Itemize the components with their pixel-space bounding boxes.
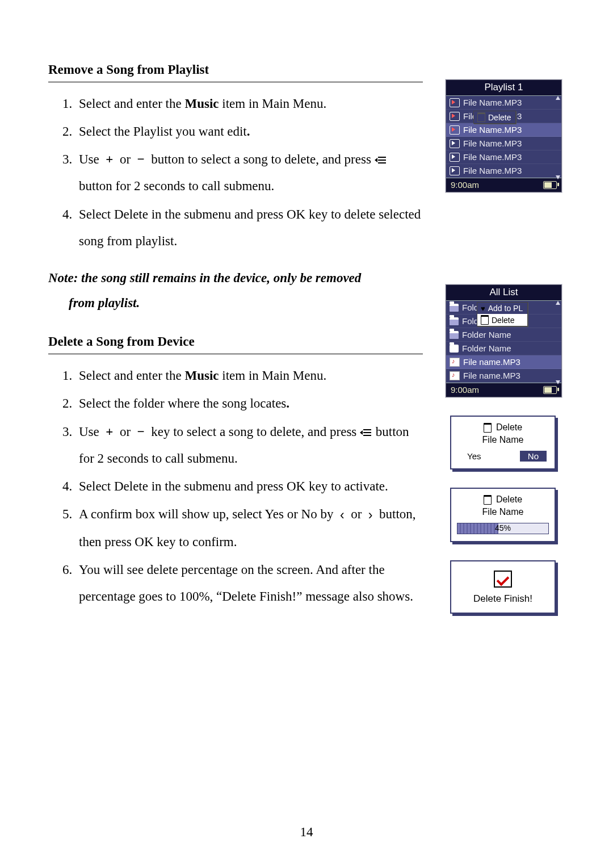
scrollbar[interactable] xyxy=(556,302,560,383)
play-icon xyxy=(450,139,460,148)
submenu-item-delete[interactable]: Delete xyxy=(477,314,527,326)
submenu-label: Delete xyxy=(492,316,514,325)
step: Use + or − button to select a song to de… xyxy=(75,146,423,199)
battery-icon xyxy=(543,181,557,189)
submenu-label: Delete xyxy=(488,113,511,122)
folder-icon xyxy=(450,317,459,325)
list-label: Folder Name xyxy=(462,330,511,339)
panel-title: Delete xyxy=(496,494,522,505)
step: Select Delete in the submenu and press O… xyxy=(75,473,423,500)
rule xyxy=(48,354,423,354)
music-file-icon xyxy=(450,358,460,367)
fig-finish-panel: Delete Finish! xyxy=(450,560,556,614)
list-label: Folder Name xyxy=(462,343,511,353)
check-icon xyxy=(494,571,512,588)
step: Select and enter the Music item in Main … xyxy=(75,90,423,117)
heading-remove-song: Remove a Song from Playlist xyxy=(48,62,423,78)
trash-icon xyxy=(477,112,485,122)
heading-delete-song: Delete a Song from Device xyxy=(48,334,423,350)
fig-alllist-device: All List Folder Name Folder Name Folder … xyxy=(446,284,562,397)
heart-icon: ♥ xyxy=(481,304,485,313)
rule xyxy=(48,82,423,82)
fig-progress-panel: Delete File Name 45% xyxy=(450,488,556,542)
yes-button[interactable]: Yes xyxy=(459,451,489,462)
music-file-icon xyxy=(450,371,460,380)
play-icon xyxy=(450,112,460,121)
trash-icon xyxy=(481,315,489,325)
folder-icon xyxy=(450,345,459,353)
trash-icon xyxy=(484,495,492,505)
progress-bar: 45% xyxy=(457,523,549,534)
menu-icon xyxy=(360,429,372,437)
step: A confirm box will show up, select Yes o… xyxy=(75,501,423,555)
list-item[interactable]: File Name.MP3 xyxy=(446,96,561,110)
finish-text: Delete Finish! xyxy=(455,593,551,605)
step: You will see delete percentage on the sc… xyxy=(75,556,423,610)
delete-steps: Select and enter the Music item in Main … xyxy=(48,362,423,610)
remove-steps: Select and enter the Music item in Main … xyxy=(48,90,423,254)
battery-icon xyxy=(543,386,557,394)
scrollbar[interactable] xyxy=(556,97,560,178)
step: Select the folder where the song locates… xyxy=(75,390,423,417)
fig-confirm-panel: Delete File Name Yes No xyxy=(450,416,556,469)
time-label: 9:00am xyxy=(451,385,479,395)
submenu-item-add[interactable]: ♥ Add to PL xyxy=(477,303,527,314)
panel-title: Delete xyxy=(496,422,522,433)
list-label: File name.MP3 xyxy=(463,357,520,367)
progress-percent: 45% xyxy=(457,523,548,532)
list-item-selected[interactable]: File name.MP3 xyxy=(446,355,561,369)
folder-icon xyxy=(450,304,459,312)
list-item[interactable]: File Name.MP3 xyxy=(446,150,561,164)
left-icon: ‹ xyxy=(340,502,345,529)
list-label: File Name.MP3 xyxy=(463,125,522,135)
menu-icon xyxy=(375,156,387,164)
list-item[interactable]: Folder Name xyxy=(446,328,561,342)
list-label: File Name.MP3 xyxy=(463,98,522,107)
list-item[interactable]: Folder Name xyxy=(446,342,561,355)
list-item[interactable]: File name.MP3 xyxy=(446,369,561,383)
step: Use + or − key to select a song to delet… xyxy=(75,418,423,472)
panel-filename: File Name xyxy=(457,507,549,517)
list-label: File Name.MP3 xyxy=(463,166,522,175)
list-label: File Name.MP3 xyxy=(463,152,522,162)
play-icon xyxy=(450,153,460,162)
time-label: 9:00am xyxy=(451,180,479,190)
step: Select the Playlist you want edit. xyxy=(75,118,423,145)
step: Select and enter the Music item in Main … xyxy=(75,362,423,389)
submenu-item-delete[interactable]: Delete xyxy=(474,111,515,123)
list-item-selected[interactable]: File Name.MP3 xyxy=(446,123,561,137)
no-button[interactable]: No xyxy=(520,451,547,462)
play-icon xyxy=(450,125,460,135)
fig-playlist-device: Playlist 1 File Name.MP3 File Name.MP3 F… xyxy=(446,79,562,192)
folder-icon xyxy=(450,331,459,339)
submenu-label: Add to PL xyxy=(488,304,523,313)
device-title: Playlist 1 xyxy=(446,80,561,96)
trash-icon xyxy=(484,423,492,433)
submenu-popup: Delete xyxy=(473,111,516,124)
submenu-popup: ♥ Add to PL Delete xyxy=(477,302,528,326)
device-title: All List xyxy=(446,285,561,301)
right-icon: › xyxy=(368,502,373,529)
play-icon xyxy=(450,166,460,175)
step: Select Delete in the submenu and press O… xyxy=(75,201,423,254)
page-number: 14 xyxy=(0,825,613,840)
list-item[interactable]: File Name.MP3 xyxy=(446,164,561,178)
list-item[interactable]: File Name.MP3 xyxy=(446,137,561,150)
play-icon xyxy=(450,98,460,107)
list-label: File Name.MP3 xyxy=(463,139,522,148)
note: Note: the song still remains in the devi… xyxy=(48,266,423,315)
panel-filename: File Name xyxy=(457,435,549,445)
list-label: File name.MP3 xyxy=(463,371,520,380)
